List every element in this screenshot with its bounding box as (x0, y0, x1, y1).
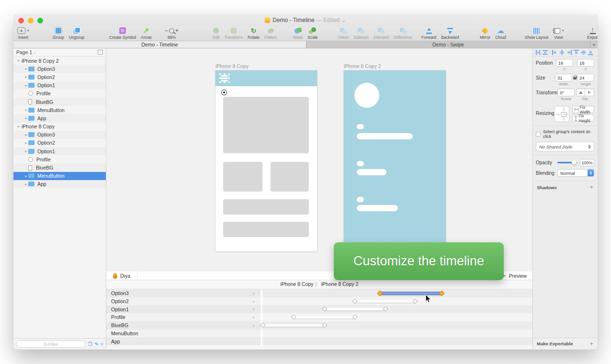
keyframe-end-diamond[interactable] (322, 322, 327, 328)
profile-circle[interactable] (354, 83, 379, 108)
flip-horizontal-button[interactable] (576, 89, 585, 96)
sidebar-item-iphone-8-copy[interactable]: ▾iPhone 8 Copy (13, 123, 106, 131)
disclosure-triangle-icon[interactable]: ▸ (24, 116, 28, 120)
option2-dot[interactable] (357, 161, 364, 166)
sidebar-item-option3[interactable]: ▸Option3 (13, 131, 106, 139)
option3-bar[interactable] (357, 205, 398, 211)
select-group-content-checkbox[interactable] (536, 132, 541, 136)
toolbar-flatten-button[interactable]: Flatten (264, 27, 277, 40)
sidebar-item-profile[interactable]: Profile (13, 155, 106, 163)
chevron-right-icon[interactable]: › (253, 307, 261, 312)
rotate-input[interactable] (557, 89, 575, 96)
disclosure-triangle-icon[interactable]: ▸ (24, 83, 28, 88)
keyframe-start-diamond[interactable] (352, 298, 357, 304)
customize-timeline-tooltip[interactable]: Customize the timeline (334, 242, 504, 280)
pages-icon[interactable]: ❐ (88, 341, 92, 347)
placeholder-block-left[interactable] (223, 162, 262, 192)
keyframe-start-diamond[interactable] (291, 314, 296, 319)
timeline-bar-option3[interactable] (380, 292, 441, 295)
toolbar-subtract-button[interactable]: Subtract (353, 27, 369, 40)
sidebar-item-profile[interactable]: Profile (13, 90, 106, 98)
placeholder-block-large[interactable] (223, 97, 309, 153)
timeline-track-option1[interactable] (262, 305, 532, 313)
disclosure-triangle-icon[interactable]: ▸ (24, 133, 28, 137)
position-y-input[interactable] (577, 59, 594, 67)
sidebar-item-bluebg[interactable]: BlueBG (13, 98, 106, 106)
resizing-widget[interactable] (554, 106, 569, 122)
artboard-iphone8-copy[interactable] (215, 70, 317, 251)
toolbar-backward-button[interactable]: Backward (441, 27, 459, 40)
anchor-target-icon[interactable] (221, 90, 227, 95)
make-exportable-add-button[interactable]: + (589, 340, 593, 347)
toolbar-view-button[interactable]: ▾View (553, 27, 564, 40)
lock-ratio-icon[interactable] (573, 76, 576, 80)
option2-bar[interactable] (357, 169, 386, 175)
timeline-layer-option3[interactable]: Option3› (106, 289, 261, 297)
disclosure-triangle-icon[interactable]: ▾ (16, 125, 21, 129)
timeline-track-bluebg[interactable] (262, 321, 532, 330)
toolbar-mirror-button[interactable]: Mirror (480, 27, 490, 40)
canvas[interactable]: iPhone 8 Copy iPhone 8 Copy 2 (106, 48, 532, 349)
opacity-slider[interactable] (557, 162, 577, 163)
distribute-vertically-icon[interactable] (543, 50, 548, 55)
timeline-track-option2[interactable] (262, 297, 532, 306)
tab-demo-swipe[interactable]: Demo - Swipe (306, 41, 590, 48)
placeholder-bar-1[interactable] (223, 199, 309, 215)
disclosure-triangle-icon[interactable]: ▸ (24, 182, 28, 186)
artboard1-label[interactable]: iPhone 8 Copy (215, 63, 249, 69)
timeline-breadcrumb[interactable]: iPhone 8 Copy 〉 iPhone 8 Copy 2 (106, 280, 532, 289)
timeline-bar-bluebg[interactable] (263, 324, 325, 327)
toolbar-show-layout-button[interactable]: Show Layout (525, 27, 548, 40)
toolbar-export-button[interactable]: Export (587, 27, 598, 40)
sidebar-item-menubutton[interactable]: ▸MenuButton (13, 106, 106, 114)
toolbar-89--button[interactable]: −+89% (165, 27, 179, 40)
chevron-right-icon[interactable]: › (253, 315, 261, 320)
keyframe-start-diamond[interactable] (322, 307, 327, 312)
timeline-layer-option1[interactable]: Option1› (106, 305, 261, 313)
diya-tab[interactable]: Diya (120, 272, 137, 280)
blending-select[interactable]: Normal (557, 169, 594, 177)
disclosure-triangle-icon[interactable]: ▸ (24, 108, 28, 112)
toolbar-transform-button[interactable]: Transform (225, 27, 243, 40)
align-center-horizontal-icon[interactable] (559, 50, 565, 55)
timeline-track-menubutton[interactable] (262, 330, 532, 338)
sidebar-item-bluebg[interactable]: BlueBG (13, 163, 106, 171)
toolbar-edit-button[interactable]: Edit (213, 27, 220, 40)
size-height-input[interactable] (577, 74, 594, 81)
chevron-right-icon[interactable]: › (253, 299, 261, 304)
disclosure-triangle-icon[interactable]: ▸ (24, 149, 28, 153)
artboard2-label[interactable]: iPhone 8 Copy 2 (344, 63, 381, 69)
filter-input[interactable]: Filter (16, 341, 85, 348)
toolbar-scale-button[interactable]: Scale (307, 27, 317, 40)
disclosure-triangle-icon[interactable]: ▸ (24, 75, 28, 79)
title-chevron-icon[interactable]: ⌄ (341, 17, 346, 23)
fix-width-button[interactable]: Fix Width (572, 106, 594, 113)
disclosure-triangle-icon[interactable]: ▸ (24, 174, 28, 178)
timeline-bar-profile[interactable] (294, 316, 355, 318)
align-middle-vertical-icon[interactable] (581, 50, 586, 55)
zoom-out-icon[interactable]: − (165, 27, 168, 34)
timeline-bar-option2[interactable] (355, 300, 415, 303)
add-shadow-button[interactable]: + (590, 184, 593, 191)
toolbar-difference-button[interactable]: Difference (394, 27, 412, 40)
sidebar-item-option2[interactable]: ▸Option2 (13, 139, 106, 147)
sidebar-item-option1[interactable]: ▸Option1 (13, 147, 106, 155)
toolbar-cloud-button[interactable]: ☁Cloud (495, 27, 506, 40)
toolbar-arrow-button[interactable]: ↗Arrow (141, 27, 151, 40)
placeholder-bar-2[interactable] (223, 222, 309, 237)
sidebar-item-option1[interactable]: ▸Option1 (13, 81, 106, 90)
chevron-right-icon[interactable]: › (253, 323, 261, 328)
size-width-input[interactable] (555, 74, 572, 81)
align-left-icon[interactable] (552, 50, 557, 55)
sidebar-item-menubutton[interactable]: ▸MenuButton (13, 172, 106, 180)
keyframe-end-diamond[interactable] (412, 298, 418, 304)
timeline-layer-menubutton[interactable]: MenuButton (106, 330, 261, 338)
placeholder-block-right[interactable] (271, 162, 309, 192)
toolbar-insert-button[interactable]: +▾Insert (17, 27, 29, 40)
fix-height-button[interactable]: Fix Height (572, 114, 594, 122)
tab-demo-timeline[interactable]: Demo - Timeline (13, 41, 306, 48)
option3-dot[interactable] (357, 197, 364, 202)
disclosure-triangle-icon[interactable]: ▸ (24, 67, 28, 71)
align-bottom-icon[interactable] (588, 50, 593, 55)
toolbar-forward-button[interactable]: Forward (421, 27, 436, 40)
